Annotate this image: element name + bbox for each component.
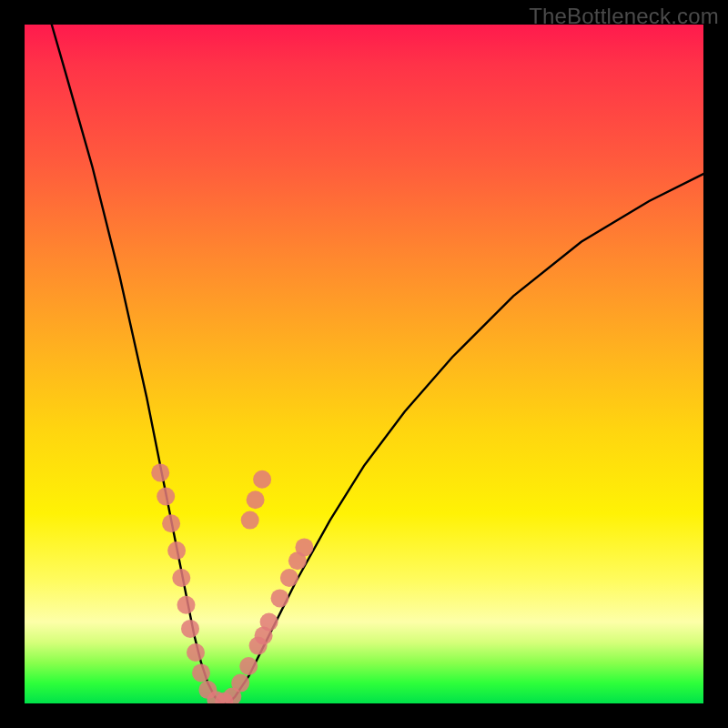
watermark-text: TheBottleneck.com bbox=[529, 4, 719, 29]
marker-dot bbox=[172, 569, 190, 587]
marker-dot bbox=[280, 569, 298, 587]
marker-dot bbox=[247, 490, 265, 509]
chart-frame: TheBottleneck.com bbox=[0, 0, 728, 728]
marker-cluster bbox=[151, 463, 313, 703]
chart-svg bbox=[25, 25, 703, 703]
marker-dot bbox=[177, 596, 196, 614]
marker-dot bbox=[181, 620, 199, 638]
marker-dot bbox=[255, 626, 273, 644]
marker-dot bbox=[295, 538, 313, 556]
marker-dot bbox=[253, 470, 271, 489]
marker-dot bbox=[231, 674, 249, 693]
bottleneck-curve bbox=[52, 25, 703, 703]
marker-dot bbox=[187, 643, 205, 662]
plot-area bbox=[25, 25, 703, 703]
marker-dot bbox=[157, 488, 175, 506]
marker-dot bbox=[271, 589, 289, 607]
marker-dot bbox=[162, 514, 180, 532]
marker-dot bbox=[192, 663, 210, 682]
marker-dot bbox=[151, 463, 169, 481]
marker-dot bbox=[239, 657, 258, 675]
marker-dot bbox=[241, 511, 259, 530]
marker-dot bbox=[167, 541, 186, 560]
